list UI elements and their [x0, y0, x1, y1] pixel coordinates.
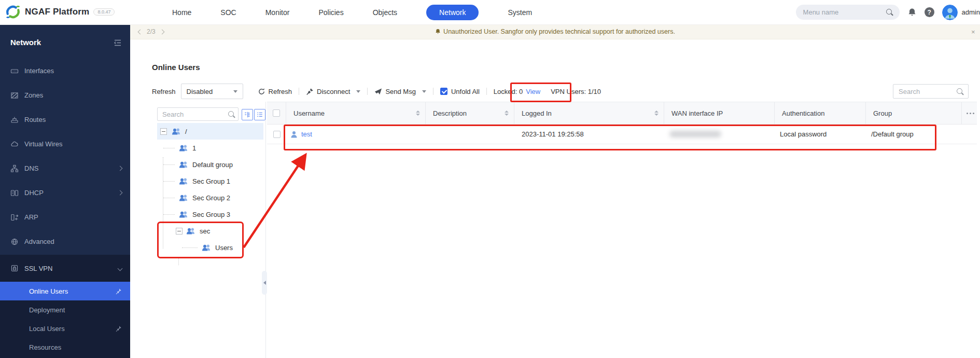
- sort-icon[interactable]: [505, 111, 509, 116]
- tree-connector: [163, 164, 175, 165]
- tree-connector: [163, 214, 175, 215]
- sidebar-item-label: Zones: [24, 91, 43, 99]
- tab-objects[interactable]: Objects: [373, 8, 397, 17]
- row-checkbox[interactable]: [273, 131, 281, 138]
- zones-icon: [10, 91, 19, 100]
- menu-fold-icon[interactable]: [114, 39, 122, 48]
- col-logged-in[interactable]: Logged In: [514, 102, 664, 124]
- sidebar-item-online-users[interactable]: Online Users: [0, 282, 130, 300]
- group-tree: / 1 Default group Sec Group 1: [157, 123, 263, 256]
- sidebar-subitem-label: Deployment: [29, 306, 65, 314]
- sidebar-item-label: Routes: [24, 116, 46, 123]
- tree-node[interactable]: Sec Group 1: [157, 173, 263, 189]
- sidebar-item-resources[interactable]: Resources: [0, 338, 130, 356]
- menu-search-input[interactable]: [796, 5, 900, 20]
- close-icon[interactable]: [971, 28, 978, 36]
- sidebar-item-routes[interactable]: Routes: [0, 107, 130, 132]
- disconnect-button[interactable]: Disconnect: [306, 88, 360, 95]
- group-icon: [179, 194, 188, 201]
- tab-home[interactable]: Home: [172, 8, 191, 17]
- expand-tree-button[interactable]: [242, 109, 253, 120]
- sidebar-item-interfaces[interactable]: Interfaces: [0, 59, 130, 83]
- tree-node[interactable]: Sec Group 2: [157, 189, 263, 206]
- sidebar-item-local-users[interactable]: Local Users: [0, 319, 130, 338]
- online-users-table: Username Description Logged In WAN inter…: [267, 102, 977, 144]
- sidebar-subitem-label: Online Users: [29, 287, 68, 295]
- column-settings-button[interactable]: [962, 102, 977, 124]
- sidebar-item-advanced[interactable]: Advanced: [0, 229, 130, 254]
- sidebar-item-dns[interactable]: DNS: [0, 156, 130, 181]
- brand: NGAF Platform 8.0.47: [5, 4, 115, 20]
- col-wan-interface-ip[interactable]: WAN interface IP: [664, 102, 775, 124]
- tree-node-root[interactable]: /: [157, 123, 263, 140]
- sidebar-item-ssl-vpn[interactable]: SSL VPN: [0, 255, 130, 282]
- chevron-right-icon: [118, 190, 123, 196]
- sidebar-item-deployment[interactable]: Deployment: [0, 300, 130, 319]
- sidebar: Network Interfaces Zones Routes Virtual …: [0, 24, 130, 358]
- list-view-button[interactable]: [254, 109, 265, 120]
- tab-soc[interactable]: SOC: [220, 8, 236, 17]
- chevron-down-icon: [233, 90, 237, 93]
- pin-icon[interactable]: [115, 325, 122, 332]
- tree-connector: [163, 148, 175, 148]
- pin-icon[interactable]: [115, 288, 122, 295]
- tab-system[interactable]: System: [508, 8, 532, 17]
- search-icon[interactable]: [228, 111, 234, 117]
- tree-node[interactable]: 1: [157, 140, 263, 156]
- collapse-expander-icon[interactable]: [160, 128, 167, 135]
- refresh-button[interactable]: Refresh: [258, 88, 292, 95]
- tree-node-users[interactable]: Users: [157, 239, 263, 256]
- panel-collapse-handle[interactable]: [262, 271, 267, 295]
- view-locked-link[interactable]: View: [526, 88, 540, 95]
- select-all-checkbox[interactable]: [273, 109, 280, 117]
- ssl-vpn-section: SSL VPN Online Users Deployment Local Us…: [0, 255, 130, 358]
- sort-icon[interactable]: [416, 111, 420, 116]
- sidebar-title: Network: [10, 38, 41, 47]
- tree-node[interactable]: Default group: [157, 156, 263, 173]
- tree-node-sec[interactable]: sec: [157, 223, 263, 239]
- group-icon: [186, 227, 195, 235]
- warning-bell-icon: [435, 29, 441, 35]
- sidebar-item-dhcp[interactable]: DHCP: [0, 181, 130, 205]
- ngaf-app: NGAF Platform 8.0.47 Home SOC Monitor Po…: [0, 0, 980, 358]
- sidebar-item-arp[interactable]: ARP: [0, 205, 130, 229]
- col-authentication[interactable]: Authentication: [775, 102, 866, 124]
- unfold-all-checkbox[interactable]: [440, 88, 447, 95]
- table-search: [893, 84, 969, 99]
- col-group[interactable]: Group: [866, 102, 962, 124]
- search-icon[interactable]: [957, 88, 962, 94]
- ellipsis-icon: [967, 113, 968, 114]
- sidebar-item-virtual-wires[interactable]: Virtual Wires: [0, 132, 130, 156]
- sidebar-item-zones[interactable]: Zones: [0, 83, 130, 107]
- refresh-mode-value: Disabled: [187, 88, 213, 95]
- tree-node[interactable]: Sec Group 3: [157, 206, 263, 223]
- collapse-expander-icon[interactable]: [176, 228, 183, 235]
- sort-icon[interactable]: [654, 111, 659, 116]
- sidebar-subitem-label: Local Users: [29, 325, 65, 333]
- ssl-vpn-lock-icon: [10, 264, 19, 272]
- group-icon: [179, 161, 188, 168]
- tree-search: [157, 107, 239, 121]
- sidebar-item-label: SSL VPN: [24, 265, 52, 272]
- send-icon: [374, 88, 382, 95]
- tree-search-input[interactable]: [157, 107, 239, 121]
- menu-search: [796, 5, 900, 20]
- col-username[interactable]: Username: [286, 102, 426, 124]
- send-msg-button[interactable]: Send Msg: [374, 88, 426, 95]
- avatar[interactable]: [942, 5, 958, 20]
- refresh-mode-select[interactable]: Disabled: [181, 84, 243, 99]
- dns-icon: [10, 164, 19, 173]
- notification-bell-icon[interactable]: [907, 8, 917, 17]
- tab-monitor[interactable]: Monitor: [265, 8, 290, 17]
- search-icon[interactable]: [886, 9, 892, 15]
- notice-bar: 2/3 Unauthorized User. Sangfor only prov…: [130, 24, 980, 39]
- col-description[interactable]: Description: [426, 102, 514, 124]
- username-link[interactable]: test: [301, 130, 312, 138]
- group-icon: [179, 211, 188, 218]
- arp-icon: [10, 213, 19, 222]
- help-icon[interactable]: [925, 7, 934, 17]
- username-label[interactable]: admin: [962, 8, 980, 16]
- table-row[interactable]: test 2023-11-01 19:25:58 Local password …: [267, 125, 977, 144]
- tab-network[interactable]: Network: [426, 5, 479, 20]
- tab-policies[interactable]: Policies: [318, 8, 343, 17]
